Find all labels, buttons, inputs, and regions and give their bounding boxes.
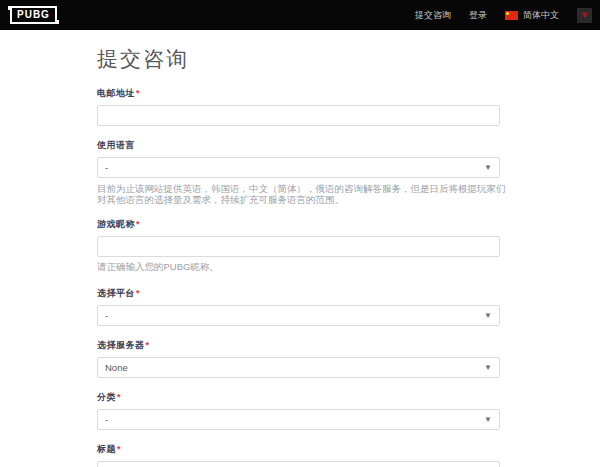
language-select[interactable]: - ▼	[97, 157, 500, 178]
chevron-down-icon: ▼	[484, 164, 492, 172]
language-select-value: -	[105, 162, 108, 173]
language-label: 简体中文	[523, 9, 559, 22]
required-asterisk: *	[136, 288, 140, 298]
field-email: 电邮地址*	[97, 87, 500, 126]
required-asterisk: *	[146, 340, 150, 350]
nickname-input[interactable]	[97, 236, 500, 257]
server-select[interactable]: None ▼	[97, 357, 500, 378]
category-label: 分类*	[97, 391, 500, 404]
chevron-down-icon: ▼	[484, 416, 492, 424]
nav-submit-inquiry[interactable]: 提交咨询	[415, 9, 451, 22]
email-input[interactable]	[97, 105, 500, 126]
language-description: 目前为止该网站提供英语，韩国语，中文（简体），俄语的咨询解答服务，但是日后将根据…	[97, 184, 509, 205]
server-label: 选择服务器*	[97, 339, 500, 352]
platform-select-value: -	[105, 310, 108, 321]
required-asterisk: *	[117, 392, 121, 402]
field-platform: 选择平台* - ▼	[97, 287, 500, 326]
platform-select[interactable]: - ▼	[97, 305, 500, 326]
platform-label: 选择平台*	[97, 287, 500, 300]
required-asterisk: *	[136, 88, 140, 98]
category-select-value: -	[105, 414, 108, 425]
title-label: 标题*	[97, 443, 500, 456]
email-label: 电邮地址*	[97, 87, 500, 100]
field-nickname: 游戏昵称* 请正确输入您的PUBG昵称。	[97, 218, 500, 274]
top-header: PUBG 提交咨询 登录 简体中文 ▼	[0, 0, 600, 30]
nav-login[interactable]: 登录	[469, 9, 487, 22]
field-server: 选择服务器* None ▼	[97, 339, 500, 378]
required-asterisk: *	[136, 219, 140, 229]
header-nav: 提交咨询 登录 简体中文 ▼	[415, 8, 592, 23]
nickname-hint: 请正确输入您的PUBG昵称。	[97, 261, 500, 274]
field-title: 标题*	[97, 443, 500, 467]
title-input[interactable]	[97, 461, 500, 467]
language-field-label: 使用语言	[97, 139, 500, 152]
nickname-label: 游戏昵称*	[97, 218, 500, 231]
field-language: 使用语言 - ▼ 目前为止该网站提供英语，韩国语，中文（简体），俄语的咨询解答服…	[97, 139, 500, 205]
required-asterisk: *	[117, 444, 121, 454]
language-selector[interactable]: 简体中文	[505, 9, 559, 22]
china-flag-icon	[505, 11, 518, 20]
page-title: 提交咨询	[97, 47, 600, 71]
category-select[interactable]: - ▼	[97, 409, 500, 430]
chevron-down-icon: ▼	[484, 312, 492, 320]
chevron-down-icon: ▼	[484, 364, 492, 372]
server-select-value: None	[105, 362, 128, 373]
pubg-logo[interactable]: PUBG	[10, 6, 57, 24]
field-category: 分类* - ▼	[97, 391, 500, 430]
language-dropdown-button[interactable]: ▼	[577, 8, 592, 23]
inquiry-form-page: 提交咨询 电邮地址* 使用语言 - ▼ 目前为止该网站提供英语，韩国语，中文（简…	[0, 30, 600, 467]
pubg-logo-text: PUBG	[17, 9, 50, 20]
chevron-down-icon: ▼	[580, 11, 589, 20]
